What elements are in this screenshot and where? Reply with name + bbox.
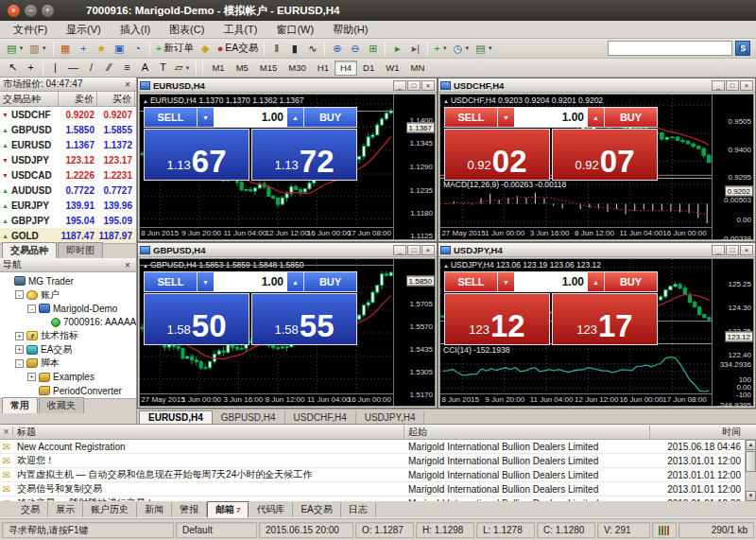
tile-windows-button[interactable]: ⊞	[364, 41, 382, 57]
mail-row[interactable]: ✉移动交易 — 随时随地进行交易！Marigold International …	[0, 496, 756, 501]
chart-restore-button[interactable]: □	[726, 245, 739, 255]
menu-help[interactable]: 帮助(H)	[323, 21, 377, 39]
expand-icon[interactable]: +	[27, 373, 36, 381]
dropdown-arrow-icon[interactable]: ▼	[42, 45, 47, 51]
new-chart-button[interactable]: ▤▼	[4, 41, 26, 57]
scroll-down-icon[interactable]: ▼	[746, 491, 756, 501]
chart-close-button[interactable]: ×	[740, 245, 753, 255]
chart-main-pane[interactable]: ▲GBPUSD,H4 1.5853 1.5859 1.5848 1.5850 S…	[140, 259, 393, 393]
market-watch-row[interactable]: ▲GBPJPY195.04195.09	[0, 213, 136, 228]
timeframe-m15[interactable]: M15	[254, 61, 283, 76]
chart-minimize-button[interactable]: _	[393, 80, 406, 91]
sell-button[interactable]: SELL	[144, 107, 198, 128]
collapse-icon[interactable]: -	[15, 359, 24, 368]
chart-main-pane[interactable]: ▲USDCHF,H4 0.9203 0.9204 0.9201 0.9202 S…	[440, 95, 712, 178]
templates-button[interactable]: ▤▼	[472, 41, 495, 57]
timeframe-m1[interactable]: M1	[206, 61, 230, 76]
text-tool-button[interactable]: A	[136, 60, 154, 76]
navigator-item[interactable]: -账户	[0, 288, 136, 303]
expand-icon[interactable]: +	[15, 345, 24, 354]
buy-price-panel[interactable]: 0.9207	[552, 129, 658, 181]
close-market-watch-icon[interactable]: ×	[122, 79, 133, 90]
timeframe-mn[interactable]: MN	[405, 61, 431, 76]
volume-increase-icon[interactable]: ▲	[588, 272, 604, 291]
candlestick-mode-button[interactable]: ▮	[285, 41, 303, 57]
menu-window[interactable]: 窗口(W)	[266, 21, 323, 39]
volume-increase-icon[interactable]: ▲	[588, 108, 604, 127]
scrollbar-thumb[interactable]	[746, 451, 756, 472]
terminal-tab[interactable]: 新闻	[137, 502, 172, 517]
market-watch-row[interactable]: ▼USDCHF0.92020.9207	[0, 107, 136, 122]
buy-button[interactable]: BUY	[604, 107, 658, 128]
mailbox-scrollbar[interactable]: ▲ ▼	[745, 440, 756, 501]
terminal-tab[interactable]: 警报	[172, 502, 207, 517]
market-watch-toggle-button[interactable]: ▦	[57, 41, 75, 57]
window-titlebar[interactable]: × − + 7000916: Marigold-Demo - 模拟帐户 - EU…	[0, 0, 756, 21]
collapse-icon[interactable]: -	[15, 290, 24, 299]
chart-minimize-button[interactable]: _	[712, 80, 725, 91]
terminal-tab[interactable]: EA交易	[293, 502, 340, 517]
chart-window-titlebar[interactable]: EURUSD,H4 _ □ ×	[138, 78, 437, 93]
close-window-button[interactable]: ×	[8, 5, 20, 17]
timeframe-m30[interactable]: M30	[283, 61, 311, 76]
market-watch-tab[interactable]: 即时图	[58, 242, 103, 258]
timeframe-m5[interactable]: M5	[231, 61, 254, 76]
navigator-item[interactable]: PeriodConverter	[0, 384, 136, 398]
menu-view[interactable]: 显示(V)	[57, 21, 111, 39]
volume-input[interactable]	[514, 108, 588, 127]
collapse-icon[interactable]: -	[27, 305, 36, 313]
navigator-item[interactable]: -脚本	[0, 357, 136, 371]
navigator-item[interactable]: +f技术指标	[0, 329, 136, 343]
dropdown-arrow-icon[interactable]: ▼	[488, 45, 493, 51]
volume-dropdown-icon[interactable]: ▼	[498, 272, 514, 291]
indicator-pane[interactable]: MACD(12,26,9) -0.00263 -0.00118	[440, 178, 712, 227]
market-watch-row[interactable]: ▼USDJPY123.12123.17	[0, 152, 136, 167]
search-input[interactable]	[609, 43, 739, 54]
volume-dropdown-icon[interactable]: ▼	[198, 108, 214, 127]
buy-price-panel[interactable]: 12317	[552, 293, 658, 345]
mail-row[interactable]: ✉交易信号和复制交易Marigold International Bullion…	[0, 482, 756, 496]
column-bid[interactable]: 卖价	[59, 92, 97, 106]
periods-list-button[interactable]: ◷▼	[451, 41, 473, 57]
menu-file[interactable]: 文件(F)	[4, 21, 57, 39]
strategy-tester-button[interactable]: ◔	[129, 41, 146, 57]
status-profile[interactable]: Default	[176, 522, 257, 538]
market-watch-row[interactable]: ▲GOLD1187.471187.97	[0, 228, 136, 243]
dropdown-arrow-icon[interactable]: ▼	[464, 45, 470, 51]
navigator-tab[interactable]: 常用	[2, 397, 38, 413]
buy-button[interactable]: BUY	[303, 271, 357, 292]
crosshair-tool-button[interactable]: +	[22, 60, 40, 76]
volume-input[interactable]	[214, 272, 287, 291]
chart-close-button[interactable]: ×	[421, 80, 435, 91]
volume-dropdown-icon[interactable]: ▼	[198, 272, 214, 291]
sell-price-panel[interactable]: 0.9202	[444, 129, 550, 181]
sell-price-panel[interactable]: 1.5850	[144, 293, 249, 345]
vertical-line-tool-button[interactable]: |	[46, 60, 64, 76]
chart-restore-button[interactable]: □	[407, 245, 421, 255]
minimize-window-button[interactable]: −	[25, 5, 37, 17]
column-ask[interactable]: 买价	[97, 92, 135, 106]
market-watch-row[interactable]: ▲AUDUSD0.77220.7727	[0, 183, 136, 198]
chart-main-pane[interactable]: ▲EURUSD,H4 1.1370 1.1370 1.1362 1.1367 S…	[140, 95, 393, 227]
navigator-item[interactable]: 7000916: AAAAAA	[0, 316, 136, 330]
auto-scroll-button[interactable]: ▸	[388, 41, 406, 57]
buy-button[interactable]: BUY	[303, 107, 357, 128]
chart-close-button[interactable]: ×	[421, 245, 435, 255]
navigator-item[interactable]: -Marigold-Demo	[0, 302, 136, 316]
profiles-button[interactable]: ▥▼	[26, 41, 49, 57]
chart-minimize-button[interactable]: _	[393, 245, 406, 255]
market-watch-row[interactable]: ▼USDCAD1.22261.2231	[0, 167, 136, 183]
chart-minimize-button[interactable]: _	[712, 245, 725, 255]
sell-button[interactable]: SELL	[444, 107, 498, 128]
terminal-toggle-button[interactable]: ▣	[111, 41, 129, 57]
chart-window-titlebar[interactable]: GBPUSD,H4 _ □ ×	[138, 243, 437, 257]
volume-input[interactable]	[514, 272, 588, 291]
autotrading-button[interactable]: ●EA交易	[215, 41, 262, 57]
fibonacci-tool-button[interactable]: ≡	[118, 60, 136, 76]
chart-tab-gbpusd[interactable]: GBPUSD,H4	[213, 411, 285, 424]
timeframe-h4[interactable]: H4	[335, 61, 357, 76]
cursor-tool-button[interactable]: ↖	[4, 60, 22, 76]
terminal-tab[interactable]: 邮箱7	[207, 501, 249, 517]
navigator-tab[interactable]: 收藏夹	[39, 397, 84, 413]
dropdown-arrow-icon[interactable]: ▼	[18, 45, 24, 51]
